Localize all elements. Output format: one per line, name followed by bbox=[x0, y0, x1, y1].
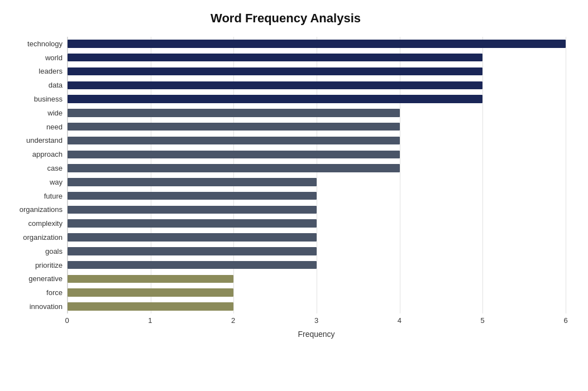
bar bbox=[68, 67, 482, 76]
bars-canvas bbox=[67, 37, 566, 313]
bar-row bbox=[68, 120, 566, 134]
bar bbox=[68, 164, 400, 172]
x-tick: 0 bbox=[65, 316, 69, 325]
bar bbox=[68, 40, 566, 48]
chart-container: Word Frequency Analysis technologyworldl… bbox=[0, 0, 588, 391]
bar bbox=[68, 54, 482, 62]
bar bbox=[68, 219, 317, 228]
bar-row bbox=[68, 244, 566, 258]
bar-row bbox=[68, 286, 566, 300]
bar bbox=[68, 302, 233, 311]
x-axis-wrapper: 0123456 bbox=[67, 316, 566, 327]
bar-row bbox=[68, 258, 566, 272]
bar-row bbox=[68, 51, 566, 65]
bar bbox=[68, 206, 317, 214]
bar-row bbox=[68, 203, 566, 217]
bar bbox=[68, 137, 400, 145]
y-label: need bbox=[6, 120, 67, 134]
bar-row bbox=[68, 272, 566, 286]
x-tick: 3 bbox=[314, 316, 318, 325]
bar bbox=[68, 95, 482, 103]
y-label: technology bbox=[6, 37, 67, 51]
y-label: organizations bbox=[6, 203, 67, 217]
bar-row bbox=[68, 65, 566, 79]
bar-row bbox=[68, 134, 566, 148]
x-tick: 4 bbox=[398, 316, 401, 325]
bar bbox=[68, 81, 482, 90]
bar-row bbox=[68, 161, 566, 175]
bar bbox=[68, 247, 317, 255]
bar-row bbox=[68, 300, 566, 313]
y-label: force bbox=[6, 286, 67, 300]
y-label: generative bbox=[6, 272, 67, 286]
y-label: organization bbox=[6, 230, 67, 244]
x-tick: 6 bbox=[563, 316, 567, 325]
bar-row bbox=[68, 106, 566, 120]
y-label: goals bbox=[6, 244, 67, 258]
y-label: innovation bbox=[6, 300, 67, 313]
bar-row bbox=[68, 147, 566, 161]
y-label: approach bbox=[6, 147, 67, 161]
x-tick: 5 bbox=[481, 316, 485, 325]
bar-row bbox=[68, 78, 566, 92]
chart-area: technologyworldleadersdatabusinesswidene… bbox=[6, 37, 566, 339]
chart-title: Word Frequency Analysis bbox=[6, 11, 566, 26]
y-label: world bbox=[6, 51, 67, 65]
bar bbox=[68, 288, 233, 297]
y-label: business bbox=[6, 92, 67, 106]
y-label: wide bbox=[6, 106, 67, 120]
bars-section: technologyworldleadersdatabusinesswidene… bbox=[6, 37, 566, 313]
bar-row bbox=[68, 189, 566, 203]
y-label: case bbox=[6, 161, 67, 175]
x-tick: 1 bbox=[148, 316, 152, 325]
x-tick: 2 bbox=[231, 316, 235, 325]
y-label: future bbox=[6, 189, 67, 203]
bar-row bbox=[68, 175, 566, 189]
bar bbox=[68, 275, 233, 283]
bar-row bbox=[68, 230, 566, 244]
y-label: understand bbox=[6, 134, 67, 148]
bar bbox=[68, 192, 317, 200]
bar bbox=[68, 261, 317, 269]
bar bbox=[68, 178, 317, 186]
bar-row bbox=[68, 216, 566, 230]
y-label: complexity bbox=[6, 216, 67, 230]
bar bbox=[68, 233, 317, 242]
x-axis-label: Frequency bbox=[67, 330, 566, 339]
y-label: way bbox=[6, 175, 67, 189]
x-axis: 0123456 bbox=[67, 313, 566, 327]
y-labels: technologyworldleadersdatabusinesswidene… bbox=[6, 37, 67, 313]
y-label: data bbox=[6, 78, 67, 92]
bar bbox=[68, 123, 400, 131]
y-label: prioritize bbox=[6, 258, 67, 272]
bar-row bbox=[68, 37, 566, 51]
bar-row bbox=[68, 92, 566, 106]
grid-line bbox=[566, 37, 566, 313]
bar bbox=[68, 109, 400, 117]
bar bbox=[68, 151, 400, 159]
y-label: leaders bbox=[6, 65, 67, 79]
